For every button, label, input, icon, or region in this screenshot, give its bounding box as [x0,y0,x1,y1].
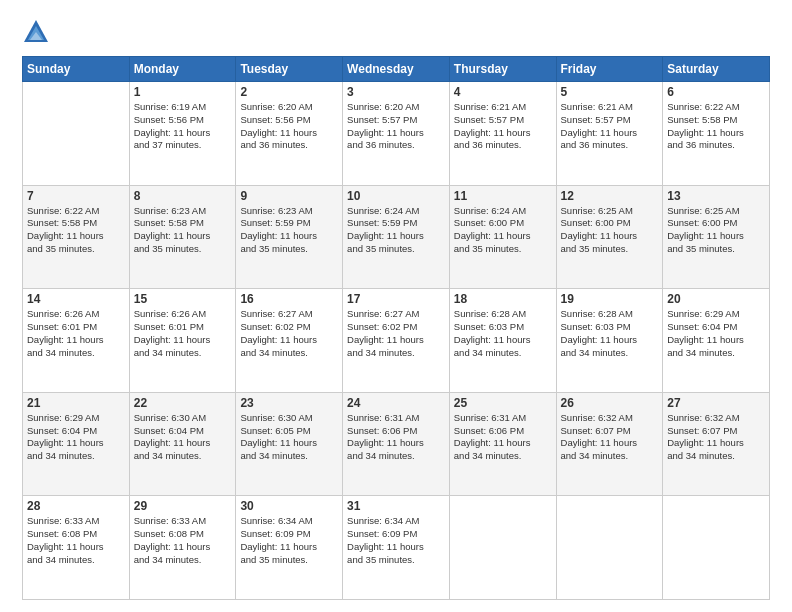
header [22,18,770,46]
day-info: Sunrise: 6:23 AM Sunset: 5:58 PM Dayligh… [134,205,232,256]
day-number: 3 [347,85,445,99]
day-info: Sunrise: 6:33 AM Sunset: 6:08 PM Dayligh… [27,515,125,566]
day-number: 16 [240,292,338,306]
calendar-cell: 26Sunrise: 6:32 AM Sunset: 6:07 PM Dayli… [556,392,663,496]
day-number: 24 [347,396,445,410]
calendar-week-1: 1Sunrise: 6:19 AM Sunset: 5:56 PM Daylig… [23,82,770,186]
calendar-cell: 8Sunrise: 6:23 AM Sunset: 5:58 PM Daylig… [129,185,236,289]
day-info: Sunrise: 6:34 AM Sunset: 6:09 PM Dayligh… [240,515,338,566]
calendar-cell: 21Sunrise: 6:29 AM Sunset: 6:04 PM Dayli… [23,392,130,496]
day-number: 22 [134,396,232,410]
day-info: Sunrise: 6:24 AM Sunset: 5:59 PM Dayligh… [347,205,445,256]
calendar-cell: 6Sunrise: 6:22 AM Sunset: 5:58 PM Daylig… [663,82,770,186]
day-info: Sunrise: 6:30 AM Sunset: 6:05 PM Dayligh… [240,412,338,463]
calendar-header-tuesday: Tuesday [236,57,343,82]
day-info: Sunrise: 6:22 AM Sunset: 5:58 PM Dayligh… [667,101,765,152]
day-info: Sunrise: 6:27 AM Sunset: 6:02 PM Dayligh… [240,308,338,359]
day-number: 7 [27,189,125,203]
day-number: 5 [561,85,659,99]
day-info: Sunrise: 6:32 AM Sunset: 6:07 PM Dayligh… [561,412,659,463]
day-number: 8 [134,189,232,203]
day-info: Sunrise: 6:20 AM Sunset: 5:56 PM Dayligh… [240,101,338,152]
day-number: 30 [240,499,338,513]
calendar-cell: 20Sunrise: 6:29 AM Sunset: 6:04 PM Dayli… [663,289,770,393]
calendar-header-thursday: Thursday [449,57,556,82]
day-info: Sunrise: 6:34 AM Sunset: 6:09 PM Dayligh… [347,515,445,566]
day-number: 6 [667,85,765,99]
day-info: Sunrise: 6:32 AM Sunset: 6:07 PM Dayligh… [667,412,765,463]
day-info: Sunrise: 6:31 AM Sunset: 6:06 PM Dayligh… [454,412,552,463]
day-number: 19 [561,292,659,306]
day-number: 27 [667,396,765,410]
day-number: 26 [561,396,659,410]
logo-icon [22,18,50,46]
day-info: Sunrise: 6:26 AM Sunset: 6:01 PM Dayligh… [134,308,232,359]
day-number: 31 [347,499,445,513]
day-info: Sunrise: 6:25 AM Sunset: 6:00 PM Dayligh… [561,205,659,256]
calendar-cell: 7Sunrise: 6:22 AM Sunset: 5:58 PM Daylig… [23,185,130,289]
calendar-cell [663,496,770,600]
day-info: Sunrise: 6:21 AM Sunset: 5:57 PM Dayligh… [454,101,552,152]
calendar-header-sunday: Sunday [23,57,130,82]
day-number: 2 [240,85,338,99]
day-number: 1 [134,85,232,99]
calendar-table: SundayMondayTuesdayWednesdayThursdayFrid… [22,56,770,600]
day-info: Sunrise: 6:21 AM Sunset: 5:57 PM Dayligh… [561,101,659,152]
calendar-cell: 15Sunrise: 6:26 AM Sunset: 6:01 PM Dayli… [129,289,236,393]
day-number: 25 [454,396,552,410]
calendar-cell: 9Sunrise: 6:23 AM Sunset: 5:59 PM Daylig… [236,185,343,289]
calendar-cell: 14Sunrise: 6:26 AM Sunset: 6:01 PM Dayli… [23,289,130,393]
day-info: Sunrise: 6:20 AM Sunset: 5:57 PM Dayligh… [347,101,445,152]
calendar-cell: 13Sunrise: 6:25 AM Sunset: 6:00 PM Dayli… [663,185,770,289]
calendar-header-wednesday: Wednesday [343,57,450,82]
day-number: 29 [134,499,232,513]
day-info: Sunrise: 6:30 AM Sunset: 6:04 PM Dayligh… [134,412,232,463]
day-info: Sunrise: 6:33 AM Sunset: 6:08 PM Dayligh… [134,515,232,566]
calendar-cell: 25Sunrise: 6:31 AM Sunset: 6:06 PM Dayli… [449,392,556,496]
calendar-cell: 30Sunrise: 6:34 AM Sunset: 6:09 PM Dayli… [236,496,343,600]
day-number: 20 [667,292,765,306]
calendar-cell: 19Sunrise: 6:28 AM Sunset: 6:03 PM Dayli… [556,289,663,393]
day-info: Sunrise: 6:23 AM Sunset: 5:59 PM Dayligh… [240,205,338,256]
calendar-header-friday: Friday [556,57,663,82]
calendar-cell: 27Sunrise: 6:32 AM Sunset: 6:07 PM Dayli… [663,392,770,496]
calendar-cell: 29Sunrise: 6:33 AM Sunset: 6:08 PM Dayli… [129,496,236,600]
day-number: 11 [454,189,552,203]
calendar-header-monday: Monday [129,57,236,82]
day-info: Sunrise: 6:22 AM Sunset: 5:58 PM Dayligh… [27,205,125,256]
day-number: 28 [27,499,125,513]
day-info: Sunrise: 6:27 AM Sunset: 6:02 PM Dayligh… [347,308,445,359]
day-number: 18 [454,292,552,306]
calendar-cell: 4Sunrise: 6:21 AM Sunset: 5:57 PM Daylig… [449,82,556,186]
calendar-header-saturday: Saturday [663,57,770,82]
day-info: Sunrise: 6:24 AM Sunset: 6:00 PM Dayligh… [454,205,552,256]
day-info: Sunrise: 6:26 AM Sunset: 6:01 PM Dayligh… [27,308,125,359]
calendar-cell: 1Sunrise: 6:19 AM Sunset: 5:56 PM Daylig… [129,82,236,186]
calendar-cell: 10Sunrise: 6:24 AM Sunset: 5:59 PM Dayli… [343,185,450,289]
calendar-cell: 18Sunrise: 6:28 AM Sunset: 6:03 PM Dayli… [449,289,556,393]
logo [22,18,54,46]
day-info: Sunrise: 6:25 AM Sunset: 6:00 PM Dayligh… [667,205,765,256]
day-number: 10 [347,189,445,203]
day-number: 23 [240,396,338,410]
calendar-week-2: 7Sunrise: 6:22 AM Sunset: 5:58 PM Daylig… [23,185,770,289]
calendar-cell: 16Sunrise: 6:27 AM Sunset: 6:02 PM Dayli… [236,289,343,393]
day-number: 21 [27,396,125,410]
calendar-cell: 2Sunrise: 6:20 AM Sunset: 5:56 PM Daylig… [236,82,343,186]
calendar-cell [449,496,556,600]
calendar-header-row: SundayMondayTuesdayWednesdayThursdayFrid… [23,57,770,82]
calendar-cell [556,496,663,600]
calendar-week-5: 28Sunrise: 6:33 AM Sunset: 6:08 PM Dayli… [23,496,770,600]
day-info: Sunrise: 6:29 AM Sunset: 6:04 PM Dayligh… [27,412,125,463]
calendar-week-4: 21Sunrise: 6:29 AM Sunset: 6:04 PM Dayli… [23,392,770,496]
calendar-week-3: 14Sunrise: 6:26 AM Sunset: 6:01 PM Dayli… [23,289,770,393]
calendar-cell: 12Sunrise: 6:25 AM Sunset: 6:00 PM Dayli… [556,185,663,289]
calendar-cell: 23Sunrise: 6:30 AM Sunset: 6:05 PM Dayli… [236,392,343,496]
calendar-cell: 11Sunrise: 6:24 AM Sunset: 6:00 PM Dayli… [449,185,556,289]
day-info: Sunrise: 6:28 AM Sunset: 6:03 PM Dayligh… [561,308,659,359]
day-number: 14 [27,292,125,306]
day-number: 13 [667,189,765,203]
calendar-cell: 28Sunrise: 6:33 AM Sunset: 6:08 PM Dayli… [23,496,130,600]
calendar-cell: 22Sunrise: 6:30 AM Sunset: 6:04 PM Dayli… [129,392,236,496]
page: SundayMondayTuesdayWednesdayThursdayFrid… [0,0,792,612]
